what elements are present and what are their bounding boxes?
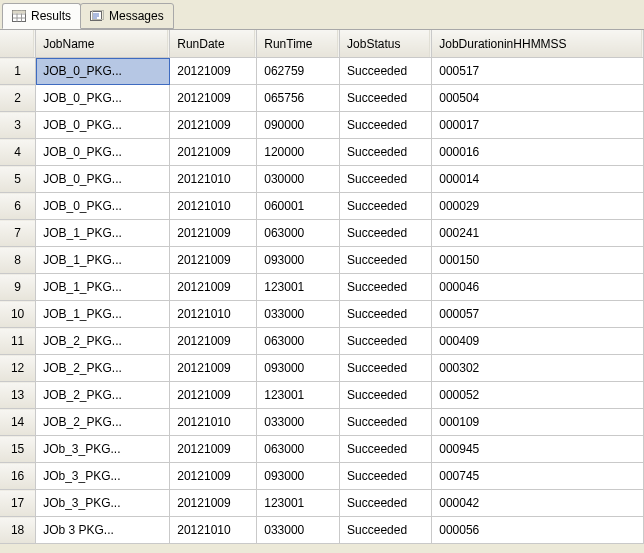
cell[interactable]: Succeeded bbox=[340, 58, 432, 85]
cell[interactable]: 093000 bbox=[257, 355, 340, 382]
row-number[interactable]: 13 bbox=[0, 382, 36, 409]
cell[interactable]: Succeeded bbox=[340, 517, 432, 544]
cell[interactable]: 093000 bbox=[257, 247, 340, 274]
table-row[interactable]: 15JOb_3_PKG...20121009063000Succeeded000… bbox=[0, 436, 644, 463]
cell[interactable]: Succeeded bbox=[340, 463, 432, 490]
cell[interactable]: JOb_3_PKG... bbox=[36, 490, 170, 517]
row-number[interactable]: 3 bbox=[0, 112, 36, 139]
cell[interactable]: 000302 bbox=[432, 355, 644, 382]
cell[interactable]: 20121009 bbox=[170, 274, 257, 301]
table-row[interactable]: 10JOB_1_PKG...20121010033000Succeeded000… bbox=[0, 301, 644, 328]
table-row[interactable]: 4JOB_0_PKG...20121009120000Succeeded0000… bbox=[0, 139, 644, 166]
cell[interactable]: 063000 bbox=[257, 436, 340, 463]
cell[interactable]: 063000 bbox=[257, 328, 340, 355]
table-row[interactable]: 8JOB_1_PKG...20121009093000Succeeded0001… bbox=[0, 247, 644, 274]
cell[interactable]: 000017 bbox=[432, 112, 644, 139]
cell[interactable]: JOb_3_PKG... bbox=[36, 463, 170, 490]
row-number[interactable]: 15 bbox=[0, 436, 36, 463]
table-row[interactable]: 3JOB_0_PKG...20121009090000Succeeded0000… bbox=[0, 112, 644, 139]
cell[interactable]: 20121009 bbox=[170, 490, 257, 517]
row-number[interactable]: 17 bbox=[0, 490, 36, 517]
cell[interactable]: 000029 bbox=[432, 193, 644, 220]
cell[interactable]: 000150 bbox=[432, 247, 644, 274]
cell[interactable]: 20121009 bbox=[170, 436, 257, 463]
cell[interactable]: 20121009 bbox=[170, 58, 257, 85]
cell[interactable]: JOb 3 PKG... bbox=[36, 517, 170, 544]
table-row[interactable]: 7JOB_1_PKG...20121009063000Succeeded0002… bbox=[0, 220, 644, 247]
row-number[interactable]: 14 bbox=[0, 409, 36, 436]
cell[interactable]: 000014 bbox=[432, 166, 644, 193]
cell[interactable]: 000056 bbox=[432, 517, 644, 544]
tab-results[interactable]: Results bbox=[2, 3, 81, 29]
cell[interactable]: 000057 bbox=[432, 301, 644, 328]
cell[interactable]: Succeeded bbox=[340, 139, 432, 166]
cell[interactable]: 20121010 bbox=[170, 409, 257, 436]
table-row[interactable]: 16JOb_3_PKG...20121009093000Succeeded000… bbox=[0, 463, 644, 490]
row-number[interactable]: 9 bbox=[0, 274, 36, 301]
cell[interactable]: 030000 bbox=[257, 166, 340, 193]
cell[interactable]: Succeeded bbox=[340, 409, 432, 436]
cell[interactable]: 20121009 bbox=[170, 220, 257, 247]
col-header-runtime[interactable]: RunTime bbox=[257, 30, 340, 58]
cell[interactable]: Succeeded bbox=[340, 328, 432, 355]
table-row[interactable]: 9JOB_1_PKG...20121009123001Succeeded0000… bbox=[0, 274, 644, 301]
cell[interactable]: 000517 bbox=[432, 58, 644, 85]
table-row[interactable]: 12JOB_2_PKG...20121009093000Succeeded000… bbox=[0, 355, 644, 382]
cell[interactable]: JOB_0_PKG... bbox=[36, 58, 170, 85]
cell[interactable]: 123001 bbox=[257, 382, 340, 409]
cell[interactable]: Succeeded bbox=[340, 490, 432, 517]
table-row[interactable]: 6JOB_0_PKG...20121010060001Succeeded0000… bbox=[0, 193, 644, 220]
cell[interactable]: JOB_0_PKG... bbox=[36, 85, 170, 112]
cell[interactable]: JOB_1_PKG... bbox=[36, 220, 170, 247]
cell[interactable]: JOB_2_PKG... bbox=[36, 382, 170, 409]
cell[interactable]: 093000 bbox=[257, 463, 340, 490]
row-number[interactable]: 18 bbox=[0, 517, 36, 544]
cell[interactable]: 20121009 bbox=[170, 112, 257, 139]
row-number[interactable]: 6 bbox=[0, 193, 36, 220]
cell[interactable]: 123001 bbox=[257, 274, 340, 301]
col-header-duration[interactable]: JobDurationinHHMMSS bbox=[432, 30, 644, 58]
cell[interactable]: Succeeded bbox=[340, 301, 432, 328]
row-number[interactable]: 1 bbox=[0, 58, 36, 85]
cell[interactable]: 000945 bbox=[432, 436, 644, 463]
cell[interactable]: 120000 bbox=[257, 139, 340, 166]
table-row[interactable]: 5JOB_0_PKG...20121010030000Succeeded0000… bbox=[0, 166, 644, 193]
cell[interactable]: 20121010 bbox=[170, 517, 257, 544]
row-number[interactable]: 10 bbox=[0, 301, 36, 328]
table-row[interactable]: 2JOB_0_PKG...20121009065756Succeeded0005… bbox=[0, 85, 644, 112]
cell[interactable]: 090000 bbox=[257, 112, 340, 139]
cell[interactable]: 033000 bbox=[257, 301, 340, 328]
row-number[interactable]: 5 bbox=[0, 166, 36, 193]
table-row[interactable]: 1JOB_0_PKG...20121009062759Succeeded0005… bbox=[0, 58, 644, 85]
row-number[interactable]: 7 bbox=[0, 220, 36, 247]
cell[interactable]: JOB_1_PKG... bbox=[36, 301, 170, 328]
cell[interactable]: 20121009 bbox=[170, 463, 257, 490]
cell[interactable]: 20121009 bbox=[170, 85, 257, 112]
row-number[interactable]: 12 bbox=[0, 355, 36, 382]
col-header-jobname[interactable]: JobName bbox=[36, 30, 170, 58]
cell[interactable]: JOB_0_PKG... bbox=[36, 112, 170, 139]
cell[interactable]: Succeeded bbox=[340, 355, 432, 382]
table-row[interactable]: 14JOB_2_PKG...20121010033000Succeeded000… bbox=[0, 409, 644, 436]
cell[interactable]: JOb_3_PKG... bbox=[36, 436, 170, 463]
table-row[interactable]: 13JOB_2_PKG...20121009123001Succeeded000… bbox=[0, 382, 644, 409]
cell[interactable]: 065756 bbox=[257, 85, 340, 112]
cell[interactable]: Succeeded bbox=[340, 85, 432, 112]
row-number[interactable]: 2 bbox=[0, 85, 36, 112]
cell[interactable]: 20121010 bbox=[170, 193, 257, 220]
row-number[interactable]: 16 bbox=[0, 463, 36, 490]
cell[interactable]: 000241 bbox=[432, 220, 644, 247]
table-row[interactable]: 17JOb_3_PKG...20121009123001Succeeded000… bbox=[0, 490, 644, 517]
cell[interactable]: 123001 bbox=[257, 490, 340, 517]
row-number[interactable]: 4 bbox=[0, 139, 36, 166]
cell[interactable]: 060001 bbox=[257, 193, 340, 220]
cell[interactable]: JOB_2_PKG... bbox=[36, 409, 170, 436]
cell[interactable]: 000745 bbox=[432, 463, 644, 490]
cell[interactable]: JOB_2_PKG... bbox=[36, 355, 170, 382]
cell[interactable]: Succeeded bbox=[340, 274, 432, 301]
cell[interactable]: Succeeded bbox=[340, 436, 432, 463]
cell[interactable]: Succeeded bbox=[340, 193, 432, 220]
cell[interactable]: 062759 bbox=[257, 58, 340, 85]
row-number[interactable]: 8 bbox=[0, 247, 36, 274]
cell[interactable]: 000504 bbox=[432, 85, 644, 112]
